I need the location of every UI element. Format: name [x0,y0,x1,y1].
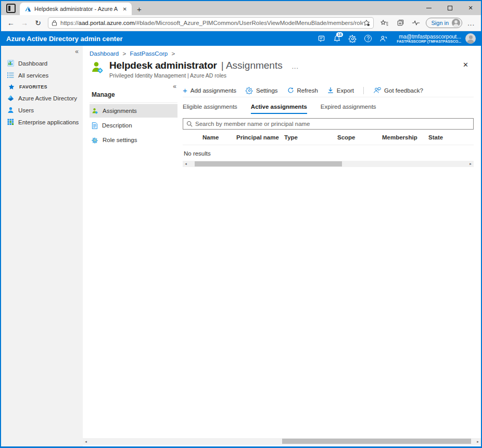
favorites-star-icon [8,84,15,90]
favorites-star-icon[interactable] [363,19,370,27]
command-label: Settings [256,87,278,94]
export-command-button[interactable]: Export [327,87,354,94]
blade-header: Helpdesk administrator | Assignments ...… [83,58,481,79]
left-sidebar: « Dashboard All services FAVORITES Azure… [1,46,83,446]
tab-eligible-assignments[interactable]: Eligible assignments [183,104,237,114]
sidebar-item-enterprise-applications[interactable]: Enterprise applications [1,116,83,128]
main-area: « Dashboard All services FAVORITES Azure… [1,46,481,446]
browser-window: Helpdesk administrator - Azure A ✕ + ✕ ←… [0,0,482,448]
sidebar-item-label: Users [18,107,34,113]
description-icon [92,122,98,129]
sidebar-item-users[interactable]: Users [1,104,83,116]
tab-expired-assignments[interactable]: Expired assignments [321,104,376,114]
tab-close-icon[interactable]: ✕ [121,6,129,12]
menu-item-assignments[interactable]: Assignments [90,104,177,118]
scroll-right-arrow[interactable]: ▸ [467,161,474,167]
scroll-left-arrow[interactable]: ◂ [183,161,189,167]
role-settings-gear-icon [92,137,98,144]
feedback-button[interactable] [376,31,391,46]
reload-button[interactable]: ↻ [31,19,45,27]
command-label: Add assignments [191,87,236,94]
whats-new-icon [318,35,325,43]
page-horizontal-scrollbar[interactable]: ◂ ▸ [83,438,481,445]
tab-actions-icon[interactable] [6,4,16,13]
got-feedback-button[interactable]: Got feedback? [373,87,423,94]
column-header-scope[interactable]: Scope [337,134,382,140]
maximize-button[interactable] [439,1,460,15]
column-header-principal-name[interactable]: Principal name [236,134,284,140]
menu-item-role-settings[interactable]: Role settings [90,133,177,147]
settings-command-button[interactable]: Settings [246,87,278,94]
sidebar-item-azure-active-directory[interactable]: Azure Active Directory [1,92,83,104]
sidebar-collapse-button[interactable]: « [75,48,79,55]
page-title-suffix: | Assignments [221,60,283,71]
download-icon [327,87,334,94]
users-icon [7,107,14,113]
new-tab-button[interactable]: + [132,5,147,15]
scrollbar-track[interactable] [89,438,475,445]
sidebar-item-dashboard[interactable]: Dashboard [1,57,83,69]
add-assignments-button[interactable]: + Add assignments [183,86,236,94]
manage-header: Manage [90,84,177,103]
column-header-type[interactable]: Type [284,134,337,140]
blade-title-block: Helpdesk administrator | Assignments ...… [109,60,460,79]
portal-title: Azure Active Directory admin center [6,35,313,43]
sidebar-item-label: Azure Active Directory [18,95,77,101]
help-button[interactable]: ? [360,31,376,46]
menu-collapse-button[interactable]: « [173,83,176,90]
title-more-button[interactable]: ... [292,63,299,70]
column-header-membership[interactable]: Membership [382,134,428,140]
table-horizontal-scrollbar[interactable]: ◂ ▸ [183,161,474,167]
member-search-input[interactable] [195,121,470,127]
sidebar-group-favorites: FAVORITES [1,81,83,92]
column-header-name[interactable]: Name [183,134,236,140]
sign-in-button[interactable]: Sign in [426,18,463,28]
tab-active-assignments[interactable]: Active assignments [251,104,307,114]
scrollbar-thumb[interactable] [282,439,471,444]
help-icon: ? [364,35,372,42]
browser-nav-bar: ← → ↻ https://aad.portal.azure.com/#blad… [1,15,481,31]
window-close-button[interactable]: ✕ [460,1,481,15]
refresh-command-button[interactable]: Refresh [287,87,318,94]
whats-new-button[interactable] [313,31,329,46]
sidebar-item-all-services[interactable]: All services [1,69,83,81]
account-tenant: FASTPASSCORP (TMFASTPASSCO... [397,40,461,44]
column-header-state[interactable]: State [428,134,474,140]
breadcrumb-separator: > [122,50,126,57]
back-button[interactable]: ← [4,19,18,27]
settings-button[interactable] [345,31,360,46]
blade-close-button[interactable]: ✕ [460,60,472,70]
breadcrumb-link-dashboard[interactable]: Dashboard [90,50,119,57]
settings-gear-icon [246,87,253,94]
breadcrumb: Dashboard > FastPassCorp > [83,46,481,58]
maximize-icon [448,6,452,10]
minimize-button[interactable] [418,1,439,15]
gear-icon [349,35,357,43]
content-area: Dashboard > FastPassCorp > Helpdesk admi… [83,46,481,446]
scrollbar-thumb[interactable] [195,161,343,167]
menu-item-description[interactable]: Description [90,119,177,132]
azure-top-bar: Azure Active Directory admin center 16 ?… [1,31,481,46]
account-email: ma@tmfastpasscorpout... [397,33,461,40]
user-avatar[interactable] [465,33,476,44]
member-search-box[interactable] [183,118,474,130]
scroll-right-arrow[interactable]: ▸ [475,439,481,445]
collections-favorites-icon[interactable] [378,17,391,29]
scrollbar-track[interactable] [189,161,467,167]
command-label: Export [337,87,354,94]
breadcrumb-link-fastpasscorp[interactable]: FastPassCorp [130,50,168,57]
address-bar[interactable]: https://aad.portal.azure.com/#blade/Micr… [48,17,374,29]
sign-in-label: Sign in [432,20,449,26]
browser-essentials-icon[interactable] [410,17,422,29]
collections-icon[interactable] [394,17,407,29]
browser-tab[interactable]: Helpdesk administrator - Azure A ✕ [20,3,132,15]
forward-button[interactable]: → [18,19,31,27]
browser-menu-button[interactable]: ... [464,19,478,27]
command-label: Got feedback? [384,87,423,94]
account-menu[interactable]: ma@tmfastpasscorpout... FASTPASSCORP (TM… [397,33,461,44]
notifications-button[interactable]: 16 [329,31,345,46]
command-separator [363,87,364,94]
scroll-left-arrow[interactable]: ◂ [83,439,89,445]
menu-item-label: Description [102,122,132,129]
window-controls: ✕ [418,1,481,15]
